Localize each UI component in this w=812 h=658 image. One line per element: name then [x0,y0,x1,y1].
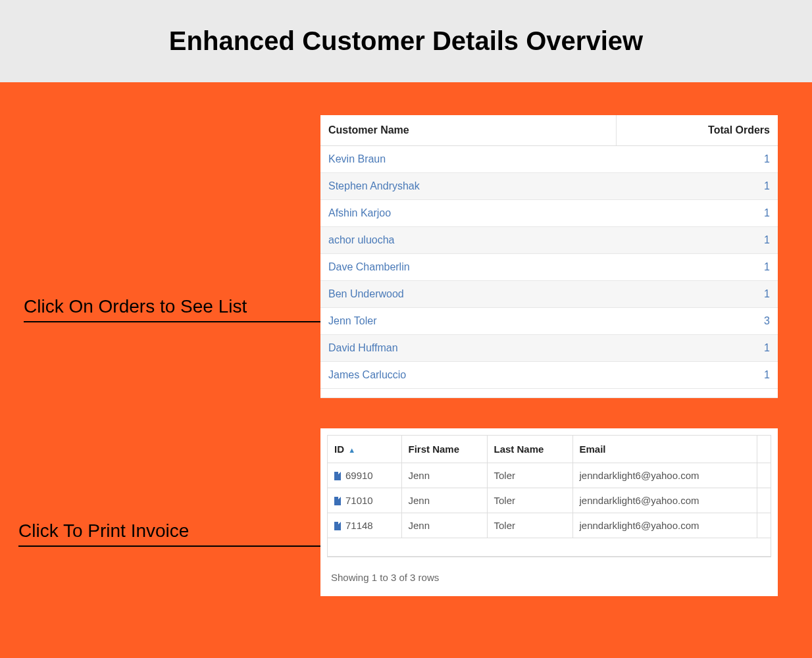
trailing-cell [757,488,771,513]
table-row: 71010 Jenn Toler jenndarklight6@yahoo.co… [328,488,771,513]
table-row: 69910 Jenn Toler jenndarklight6@yahoo.co… [328,463,771,488]
table-row: 71148 Jenn Toler jenndarklight6@yahoo.co… [328,513,771,538]
document-icon [334,472,341,480]
customer-link[interactable]: James Carluccio [328,369,406,380]
table-header-row: ID ▲ First Name Last Name Email [328,436,771,463]
document-icon [334,497,341,505]
trailing-cell [757,513,771,538]
customer-link[interactable]: Stephen Andryshak [328,180,420,191]
last-name-cell: Toler [487,488,572,513]
customer-link[interactable]: Dave Chamberlin [328,261,410,272]
table-row: Jenn Toler 3 [320,308,778,335]
orders-table: ID ▲ First Name Last Name Email 69910 [328,436,771,557]
table-row [328,538,771,557]
customer-link[interactable]: Jenn Toler [328,315,377,326]
table-row: David Huffman 1 [320,335,778,362]
total-orders-cell[interactable]: 1 [616,254,778,281]
total-orders-cell[interactable]: 1 [616,281,778,308]
callout-label: Click To Print Invoice [18,520,334,545]
total-orders-cell[interactable]: 1 [616,146,778,173]
total-orders-cell[interactable]: 1 [616,335,778,362]
first-name-cell: Jenn [401,513,487,538]
col-customer-name[interactable]: Customer Name [320,115,616,146]
page-title: Enhanced Customer Details Overview [169,26,643,56]
col-trailing [757,436,771,463]
table-row: achor uluocha 1 [320,227,778,254]
customers-table: Customer Name Total Orders Kevin Braun 1… [320,115,778,398]
email-cell: jenndarklight6@yahoo.com [572,513,757,538]
table-row: Stephen Andryshak 1 [320,173,778,200]
table-row: James Carluccio 1 [320,362,778,389]
first-name-cell: Jenn [401,463,487,488]
col-email[interactable]: Email [572,436,757,463]
table-row: Dave Chamberlin 1 [320,254,778,281]
orders-panel: ID ▲ First Name Last Name Email 69910 [320,428,778,596]
col-last-name[interactable]: Last Name [487,436,572,463]
customers-panel: Customer Name Total Orders Kevin Braun 1… [320,115,778,398]
callout-rule [18,545,334,547]
document-icon [334,522,341,530]
total-orders-cell[interactable]: 1 [616,200,778,227]
sort-asc-icon: ▲ [348,446,355,454]
content-area: Click On Orders to See List Click To Pri… [0,82,812,658]
table-row: Ben Underwood 1 [320,281,778,308]
email-cell: jenndarklight6@yahoo.com [572,463,757,488]
order-id: 71148 [345,520,373,531]
table-header-row: Customer Name Total Orders [320,115,778,146]
col-total-orders[interactable]: Total Orders [616,115,778,146]
customer-link[interactable]: David Huffman [328,342,398,353]
total-orders-cell[interactable]: 1 [616,362,778,389]
customer-link[interactable]: Ben Underwood [328,288,404,299]
last-name-cell: Toler [487,463,572,488]
total-orders-cell[interactable]: 3 [616,308,778,335]
print-invoice-link[interactable]: 69910 [334,470,373,481]
email-cell: jenndarklight6@yahoo.com [572,488,757,513]
print-invoice-link[interactable]: 71148 [334,520,373,531]
table-row: Kevin Braun 1 [320,146,778,173]
table-footer-status: Showing 1 to 3 of 3 rows [327,557,771,590]
customer-link[interactable]: Afshin Karjoo [328,207,391,218]
order-id: 71010 [345,495,373,506]
callout-orders-list: Click On Orders to See List [24,296,333,322]
col-id-label: ID [334,443,344,455]
total-orders-cell[interactable]: 1 [616,227,778,254]
order-id: 69910 [345,470,373,481]
col-id[interactable]: ID ▲ [328,436,401,463]
total-orders-cell[interactable]: 1 [616,173,778,200]
trailing-cell [757,463,771,488]
callout-print-invoice: Click To Print Invoice [18,520,334,547]
callout-label: Click On Orders to See List [24,296,333,321]
callout-rule [24,321,333,322]
customer-link[interactable]: Kevin Braun [328,153,386,164]
col-first-name[interactable]: First Name [401,436,487,463]
last-name-cell: Toler [487,513,572,538]
customer-link[interactable]: achor uluocha [328,234,395,245]
table-row: Afshin Karjoo 1 [320,200,778,227]
page-header: Enhanced Customer Details Overview [0,0,812,82]
print-invoice-link[interactable]: 71010 [334,495,373,506]
first-name-cell: Jenn [401,488,487,513]
